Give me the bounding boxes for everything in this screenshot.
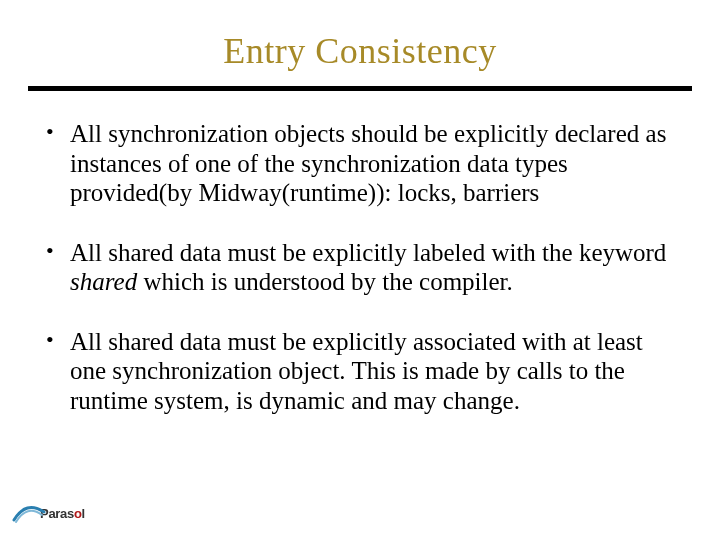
slide: Entry Consistency All synchronization ob… [0, 0, 720, 540]
logo-arc-icon [12, 502, 46, 524]
logo-aras: aras [48, 506, 74, 521]
list-item: All shared data must be explicitly assoc… [38, 327, 682, 416]
logo-o: o [74, 506, 82, 521]
bullet-italic: shared [70, 268, 143, 295]
title-underline [28, 86, 692, 91]
parasol-logo: Parasol [12, 502, 85, 524]
bullet-text: All synchronization objects should be ex… [70, 120, 666, 206]
bullet-list: All synchronization objects should be ex… [38, 119, 682, 415]
logo-text: Parasol [40, 506, 85, 521]
content-area: All synchronization objects should be ex… [28, 119, 692, 415]
bullet-text: All shared data must be explicitly assoc… [70, 328, 643, 414]
logo-l: l [82, 506, 85, 521]
slide-title: Entry Consistency [28, 30, 692, 72]
bullet-text-after: which is understood by the compiler. [143, 268, 512, 295]
list-item: All synchronization objects should be ex… [38, 119, 682, 208]
bullet-text: All shared data must be explicitly label… [70, 239, 666, 266]
list-item: All shared data must be explicitly label… [38, 238, 682, 297]
